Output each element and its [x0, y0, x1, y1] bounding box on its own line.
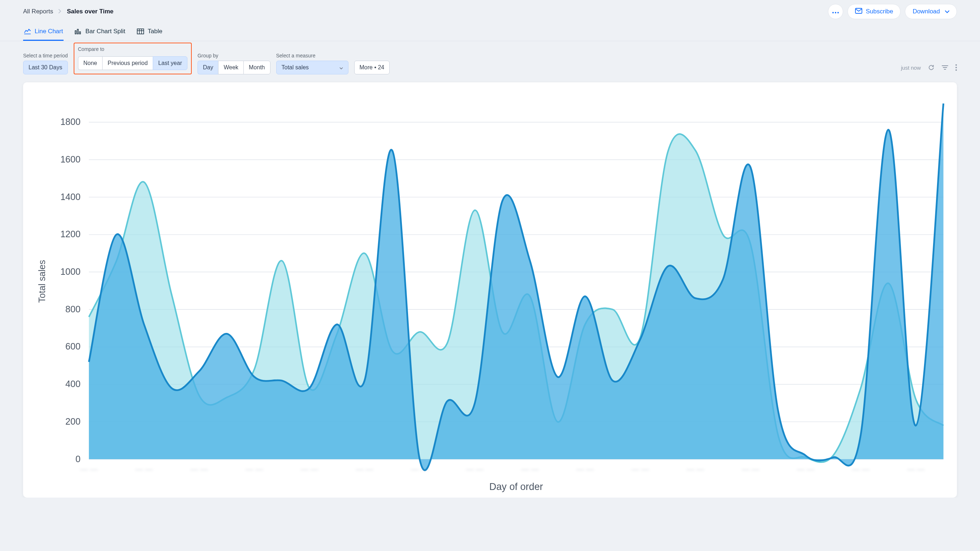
compare-option-last-year[interactable]: Last year	[153, 56, 188, 70]
caret-down-icon	[339, 64, 343, 71]
svg-text:— —: — —	[521, 465, 539, 474]
view-tabs: Line Chart Bar Chart Split Table	[0, 23, 980, 41]
svg-text:1600: 1600	[60, 154, 81, 164]
download-button[interactable]: Download	[905, 4, 957, 19]
time-period-group: Select a time period Last 30 Days	[23, 53, 68, 74]
updated-text: just now	[901, 65, 921, 71]
svg-rect-6	[80, 32, 81, 34]
bar-chart-icon	[75, 29, 82, 34]
mail-icon	[855, 8, 862, 16]
measure-group: Select a measure Total sales	[276, 53, 348, 74]
svg-text:— —: — —	[907, 465, 925, 474]
subscribe-button[interactable]: Subscribe	[848, 4, 901, 19]
compare-to-label: Compare to	[78, 46, 188, 52]
svg-text:1800: 1800	[60, 116, 81, 127]
controls-row: Select a time period Last 30 Days Compar…	[0, 41, 980, 74]
svg-text:Day of order: Day of order	[489, 481, 543, 492]
svg-text:— —: — —	[411, 465, 429, 474]
tab-label: Line Chart	[35, 28, 63, 35]
svg-text:— —: — —	[190, 465, 208, 474]
svg-text:— —: — —	[686, 465, 704, 474]
svg-text:600: 600	[65, 341, 81, 351]
header-actions: Subscribe Download	[828, 4, 957, 19]
svg-text:400: 400	[65, 379, 81, 389]
breadcrumb-root[interactable]: All Reports	[23, 8, 53, 15]
svg-rect-7	[137, 29, 144, 34]
tab-label: Table	[148, 28, 162, 35]
svg-text:0: 0	[75, 454, 81, 464]
svg-text:— —: — —	[466, 465, 484, 474]
svg-point-10	[955, 69, 957, 71]
group-by-segmented: Day Week Month	[197, 61, 270, 74]
svg-text:— —: — —	[135, 465, 153, 474]
chevron-down-icon	[945, 8, 949, 15]
filter-icon[interactable]	[942, 65, 948, 70]
meta-controls: just now	[901, 61, 957, 74]
tab-line-chart[interactable]: Line Chart	[23, 23, 64, 41]
svg-point-9	[955, 67, 957, 68]
table-icon	[137, 29, 144, 34]
more-actions-button[interactable]	[828, 4, 843, 19]
line-chart-icon	[24, 29, 31, 34]
more-filters-group: More • 24	[354, 53, 390, 74]
svg-text:— —: — —	[576, 465, 594, 474]
more-filters-label: More • 24	[360, 64, 385, 71]
svg-text:Total sales: Total sales	[37, 260, 47, 303]
tab-table[interactable]: Table	[136, 23, 163, 41]
svg-text:1200: 1200	[60, 229, 81, 239]
breadcrumb-current: Sales over Time	[67, 8, 113, 15]
svg-text:— —: — —	[356, 465, 373, 474]
svg-text:1000: 1000	[60, 266, 81, 277]
compare-to-group: Compare to None Previous period Last yea…	[74, 43, 192, 74]
measure-select[interactable]: Total sales	[276, 61, 348, 74]
svg-text:— —: — —	[632, 465, 649, 474]
compare-option-none[interactable]: None	[78, 56, 102, 70]
sales-chart: 020040060080010001200140016001800— —— ——…	[30, 89, 950, 494]
svg-rect-5	[77, 29, 78, 34]
kebab-icon[interactable]	[955, 64, 957, 71]
compare-to-segmented: None Previous period Last year	[78, 56, 188, 70]
subscribe-label: Subscribe	[866, 8, 893, 15]
svg-point-1	[835, 12, 836, 13]
chart-card: 020040060080010001200140016001800— —— ——…	[23, 82, 957, 498]
download-label: Download	[913, 8, 940, 15]
time-period-label: Select a time period	[23, 53, 68, 59]
svg-text:— —: — —	[852, 465, 870, 474]
svg-text:— —: — —	[797, 465, 815, 474]
svg-rect-4	[75, 31, 76, 34]
group-by-group: Group by Day Week Month	[197, 53, 270, 74]
more-filters-button[interactable]: More • 24	[354, 61, 390, 74]
svg-text:— —: — —	[301, 465, 318, 474]
compare-option-previous[interactable]: Previous period	[102, 56, 153, 70]
svg-text:— —: — —	[245, 465, 263, 474]
refresh-icon[interactable]	[928, 64, 934, 71]
svg-text:— —: — —	[80, 465, 98, 474]
svg-text:1400: 1400	[60, 192, 81, 202]
tab-bar-chart-split[interactable]: Bar Chart Split	[74, 23, 126, 41]
tab-label: Bar Chart Split	[85, 28, 125, 35]
group-by-month[interactable]: Month	[243, 61, 270, 74]
svg-text:— —: — —	[742, 465, 759, 474]
group-by-day[interactable]: Day	[197, 61, 218, 74]
breadcrumb: All Reports Sales over Time	[23, 8, 113, 15]
svg-point-8	[955, 64, 957, 66]
svg-point-2	[837, 12, 839, 13]
svg-text:200: 200	[65, 416, 81, 427]
group-by-label: Group by	[197, 53, 270, 59]
measure-value: Total sales	[282, 64, 309, 71]
svg-text:800: 800	[65, 304, 81, 314]
svg-point-0	[832, 12, 834, 13]
time-period-value: Last 30 Days	[29, 64, 62, 71]
measure-label: Select a measure	[276, 53, 348, 59]
chevron-right-icon	[58, 8, 62, 15]
page-header: All Reports Sales over Time Subscribe Do…	[0, 0, 980, 23]
group-by-week[interactable]: Week	[218, 61, 243, 74]
time-period-button[interactable]: Last 30 Days	[23, 61, 68, 74]
dots-icon	[832, 8, 839, 15]
